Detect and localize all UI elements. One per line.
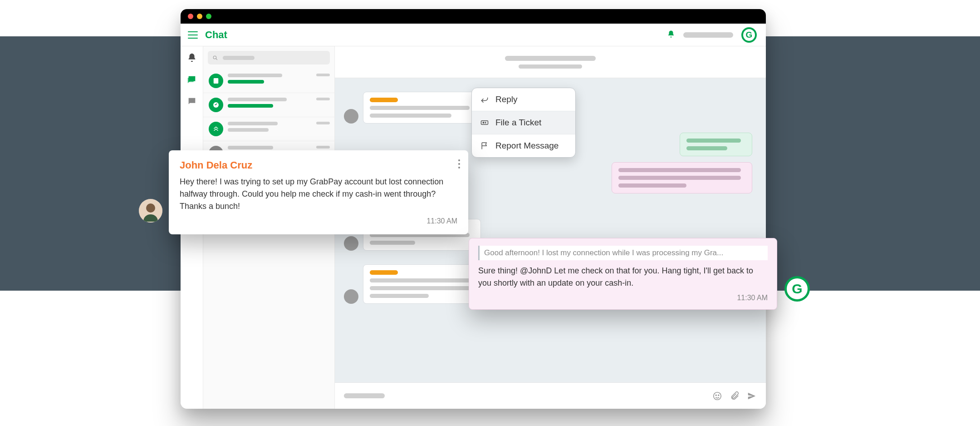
timestamp: 11:30 AM <box>478 294 768 302</box>
emoji-icon[interactable] <box>712 391 722 401</box>
menu-label: Report Message <box>495 141 559 151</box>
menu-file-ticket[interactable]: File a Ticket <box>472 111 575 134</box>
avatar <box>209 122 223 136</box>
composer-placeholder <box>344 393 385 398</box>
agent-reply-bubble[interactable]: Good afternoon! I lost my connection whi… <box>469 238 777 310</box>
avatar <box>344 289 358 304</box>
svg-line-1 <box>216 59 217 60</box>
header-title-placeholder <box>505 56 596 61</box>
menu-label: File a Ticket <box>495 118 541 128</box>
avatar <box>344 109 358 124</box>
avatar[interactable]: G <box>741 27 757 43</box>
message-bubble[interactable] <box>363 92 481 124</box>
svg-rect-4 <box>215 81 217 81</box>
svg-point-12 <box>718 395 719 396</box>
bell-icon[interactable] <box>187 53 197 63</box>
conversation-item[interactable] <box>203 69 334 93</box>
close-icon[interactable] <box>188 14 193 19</box>
time-placeholder <box>316 146 330 149</box>
window-title-bar <box>181 9 766 24</box>
avatar <box>209 98 223 112</box>
svg-rect-3 <box>215 79 217 80</box>
search-input[interactable] <box>208 51 330 64</box>
svg-point-16 <box>146 203 155 213</box>
message-text: Sure thing! @JohnD Let me check on that … <box>478 265 768 289</box>
menu-icon[interactable] <box>188 31 198 39</box>
user-name-placeholder <box>683 32 733 38</box>
customer-message-bubble[interactable]: John Dela Cruz Hey there! I was trying t… <box>169 150 468 234</box>
svg-point-14 <box>483 122 484 124</box>
bell-icon[interactable] <box>667 30 675 40</box>
more-icon[interactable] <box>458 159 460 168</box>
flag-icon <box>480 141 489 150</box>
customer-avatar <box>139 199 162 223</box>
menu-reply[interactable]: Reply <box>472 88 575 111</box>
svg-point-11 <box>715 395 716 396</box>
top-bar: Chat G <box>181 24 766 46</box>
reply-icon <box>480 95 489 104</box>
agent-avatar: G <box>784 276 810 302</box>
avatar <box>344 236 358 251</box>
message-bubble[interactable] <box>612 162 752 193</box>
svg-point-0 <box>213 56 216 59</box>
ticket-icon <box>480 118 489 127</box>
search-icon <box>212 55 218 61</box>
message-text: Hey there! I was trying to set up my Gra… <box>180 176 457 213</box>
maximize-icon[interactable] <box>206 14 211 19</box>
timestamp: 11:30 AM <box>180 217 457 225</box>
chat-icon[interactable] <box>187 74 197 84</box>
time-placeholder <box>316 74 330 76</box>
menu-label: Reply <box>495 94 518 104</box>
app-title: Chat <box>205 29 227 41</box>
conversation-item[interactable] <box>203 93 334 117</box>
svg-point-10 <box>714 392 721 400</box>
message-bubble[interactable] <box>680 133 752 156</box>
search-placeholder <box>223 56 255 60</box>
attachment-icon[interactable] <box>730 391 740 401</box>
context-menu: Reply File a Ticket Report Message <box>471 88 576 158</box>
customer-name: John Dela Cruz <box>180 159 457 171</box>
conversation-item[interactable] <box>203 117 334 141</box>
menu-report[interactable]: Report Message <box>472 134 575 157</box>
time-placeholder <box>316 98 330 100</box>
message-composer[interactable] <box>335 382 766 409</box>
minimize-icon[interactable] <box>197 14 202 19</box>
message-icon[interactable] <box>187 96 197 106</box>
header-sub-placeholder <box>519 64 582 69</box>
time-placeholder <box>316 122 330 124</box>
avatar <box>209 74 223 88</box>
quoted-message: Good afternoon! I lost my connection whi… <box>478 246 768 260</box>
chat-header <box>335 46 766 78</box>
send-icon[interactable] <box>747 391 757 401</box>
svg-rect-13 <box>481 121 488 124</box>
